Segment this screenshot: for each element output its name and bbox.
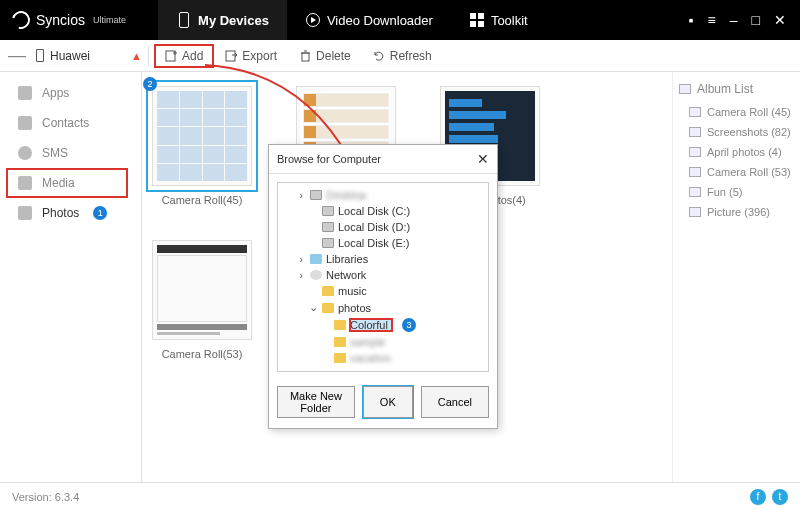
svg-rect-4 [302, 53, 309, 61]
folder-icon [334, 320, 346, 330]
step-badge-1: 1 [93, 206, 107, 220]
divider [148, 46, 149, 66]
list-label: Camera Roll (45) [707, 106, 791, 118]
btn-label: Add [182, 49, 203, 63]
refresh-button[interactable]: Refresh [363, 45, 442, 67]
tree-node-music[interactable]: music [278, 283, 488, 299]
folder-icon [334, 337, 346, 347]
collapse-icon: — [8, 45, 26, 66]
notification-icon[interactable]: ▪ [689, 12, 694, 28]
sidebar-item-photos[interactable]: Photos1 [0, 198, 141, 228]
tree-label: Local Disk (E:) [338, 237, 410, 249]
drive-icon [322, 238, 334, 248]
list-label: Screenshots (82) [707, 126, 791, 138]
tree-node-network[interactable]: ›Network [278, 267, 488, 283]
list-item[interactable]: Screenshots (82) [679, 122, 794, 142]
photo-icon [689, 167, 701, 177]
device-selector[interactable]: — Huawei ▲ [8, 45, 142, 66]
make-new-folder-button[interactable]: Make New Folder [277, 386, 355, 418]
btn-label: Export [242, 49, 277, 63]
list-item[interactable]: Camera Roll (45) [679, 102, 794, 122]
libraries-icon [310, 254, 322, 264]
sidebar-item-sms[interactable]: SMS [0, 138, 141, 168]
tree-node[interactable]: vacation [278, 350, 488, 366]
sidebar-item-label: Media [42, 176, 75, 190]
list-item[interactable]: Fun (5) [679, 182, 794, 202]
facebook-icon[interactable]: f [750, 489, 766, 505]
step-badge-2: 2 [143, 77, 157, 91]
tree-label: Desktop [326, 189, 366, 201]
photos-icon [18, 206, 32, 220]
contacts-icon [18, 116, 32, 130]
window-controls: ▪ ≡ – □ ✕ [689, 12, 800, 28]
minimize-icon[interactable]: – [730, 12, 738, 28]
tree-label: Local Disk (C:) [338, 205, 410, 217]
sidebar-item-media[interactable]: Media [0, 168, 141, 198]
logo-icon [9, 8, 34, 33]
tree-node-photos[interactable]: ⌄photos [278, 299, 488, 316]
step-badge-3: 3 [402, 318, 416, 332]
close-icon[interactable]: ✕ [477, 151, 489, 167]
album-thumb: 2 [152, 86, 252, 186]
tree-node-libraries[interactable]: ›Libraries [278, 251, 488, 267]
tree-label: Libraries [326, 253, 368, 265]
sidebar-item-apps[interactable]: Apps [0, 78, 141, 108]
add-button[interactable]: Add [155, 45, 213, 67]
tree-label: Network [326, 269, 366, 281]
cancel-button[interactable]: Cancel [421, 386, 489, 418]
grid-icon [469, 12, 485, 28]
app-logo: Syncios Ultimate [0, 11, 138, 29]
maximize-icon[interactable]: □ [752, 12, 760, 28]
sidebar-item-label: SMS [42, 146, 68, 160]
apps-icon [18, 86, 32, 100]
sidebar-item-label: Photos [42, 206, 79, 220]
delete-button[interactable]: Delete [289, 45, 361, 67]
tree-label: vacation [350, 352, 391, 364]
svg-rect-3 [226, 51, 235, 61]
panel-title: Album List [697, 82, 753, 96]
list-item[interactable]: April photos (4) [679, 142, 794, 162]
tree-label: photos [338, 302, 371, 314]
sidebar-item-contacts[interactable]: Contacts [0, 108, 141, 138]
action-toolbar: — Huawei ▲ Add Export Delete Refresh [0, 40, 800, 72]
tree-label: Local Disk (D:) [338, 221, 410, 233]
export-icon [225, 49, 238, 62]
panel-header: Album List [679, 82, 794, 96]
drive-icon [322, 206, 334, 216]
tree-node-d[interactable]: Local Disk (D:) [278, 219, 488, 235]
nav-label: My Devices [198, 13, 269, 28]
twitter-icon[interactable]: t [772, 489, 788, 505]
tree-node-c[interactable]: Local Disk (C:) [278, 203, 488, 219]
dialog-titlebar: Browse for Computer ✕ [269, 145, 497, 174]
folder-icon [334, 353, 346, 363]
list-item[interactable]: Camera Roll (53) [679, 162, 794, 182]
version-label: Version: 6.3.4 [12, 491, 79, 503]
album-list-panel: Album List Camera Roll (45) Screenshots … [672, 72, 800, 482]
export-button[interactable]: Export [215, 45, 287, 67]
ok-button[interactable]: OK [363, 386, 413, 418]
tree-node[interactable]: sample [278, 334, 488, 350]
album-camera-roll[interactable]: 2 Camera Roll(45) [152, 86, 252, 206]
app-edition: Ultimate [93, 15, 126, 25]
dialog-buttons: Make New Folder OK Cancel [269, 380, 497, 428]
tree-node-e[interactable]: Local Disk (E:) [278, 235, 488, 251]
device-name: Huawei [50, 49, 90, 63]
list-label: Picture (396) [707, 206, 770, 218]
tree-node[interactable]: ›Desktop [278, 187, 488, 203]
menu-icon[interactable]: ≡ [708, 12, 716, 28]
browse-dialog: Browse for Computer ✕ ›Desktop Local Dis… [268, 144, 498, 429]
photo-icon [689, 207, 701, 217]
app-name: Syncios [36, 12, 85, 28]
folder-tree[interactable]: ›Desktop Local Disk (C:) Local Disk (D:)… [277, 182, 489, 372]
eject-icon[interactable]: ▲ [131, 50, 142, 62]
phone-icon [176, 12, 192, 28]
nav-my-devices[interactable]: My Devices [158, 0, 287, 40]
photo-icon [689, 107, 701, 117]
nav-video-downloader[interactable]: Video Downloader [287, 0, 451, 40]
close-icon[interactable]: ✕ [774, 12, 786, 28]
tree-label: music [338, 285, 367, 297]
nav-toolkit[interactable]: Toolkit [451, 0, 546, 40]
album-camera-roll-2[interactable]: Camera Roll(53) [152, 240, 252, 360]
tree-node-colorful[interactable]: Colorful 3 [278, 316, 488, 334]
list-item[interactable]: Picture (396) [679, 202, 794, 222]
